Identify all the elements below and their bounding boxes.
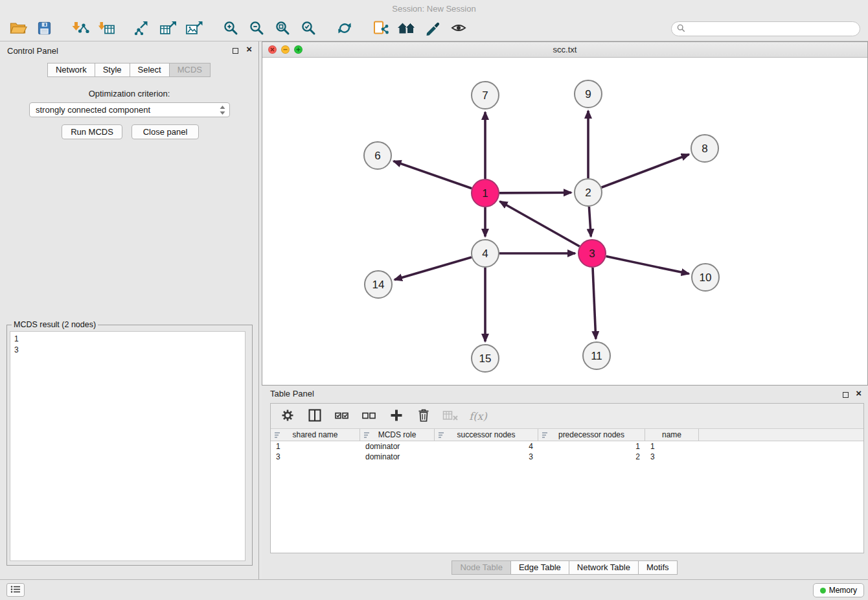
control-panel-close-button[interactable]: ×: [246, 43, 252, 55]
table-cell: dominator: [360, 441, 435, 452]
node-table-body: 1dominator4113dominator323: [271, 441, 863, 462]
memory-button[interactable]: Memory: [813, 583, 864, 597]
network-node-7[interactable]: 7: [472, 82, 499, 109]
tab-edge-table[interactable]: Edge Table: [510, 560, 569, 575]
delete-column-button[interactable]: [415, 407, 433, 425]
export-table-button[interactable]: [155, 18, 181, 40]
show-hide-button[interactable]: [446, 18, 472, 40]
chevron-up-down-icon: [219, 105, 226, 117]
tab-network-table[interactable]: Network Table: [569, 560, 639, 575]
zoom-fit-button[interactable]: [269, 18, 295, 40]
refresh-button[interactable]: [332, 18, 358, 40]
clone-network-button[interactable]: [368, 18, 394, 40]
create-column-button[interactable]: [387, 407, 405, 425]
close-panel-button[interactable]: Close panel: [131, 124, 199, 139]
network-edge-4-14[interactable]: [394, 257, 472, 280]
export-table-icon: [159, 20, 177, 38]
network-edge-3-1[interactable]: [500, 202, 580, 246]
delete-table-button[interactable]: [442, 407, 460, 425]
table-row[interactable]: 1dominator411: [271, 441, 863, 452]
dropdown-selected-value: strongly connected component: [36, 105, 150, 115]
table-settings-button[interactable]: [279, 407, 297, 425]
zoom-selected-button[interactable]: [295, 18, 321, 40]
network-node-3[interactable]: 3: [578, 240, 606, 267]
table-toolbar: f(x): [271, 404, 863, 429]
network-node-6[interactable]: 6: [364, 142, 391, 169]
select-all-columns-button[interactable]: [333, 407, 351, 425]
column-header-mcds-role[interactable]: MCDS role: [360, 429, 435, 441]
network-node-14[interactable]: 14: [365, 271, 392, 298]
window-close-icon[interactable]: [268, 45, 277, 54]
svg-text:11: 11: [591, 350, 602, 362]
table-cell: 3: [271, 452, 360, 462]
network-edge-1-6[interactable]: [394, 161, 472, 189]
column-sort-icon: [438, 432, 444, 441]
column-header-successor-nodes[interactable]: successor nodes: [435, 429, 538, 441]
network-canvas[interactable]: 7968124314101511: [262, 58, 867, 385]
network-node-9[interactable]: 9: [575, 80, 602, 108]
import-table-icon: [97, 20, 115, 38]
window-maximize-icon[interactable]: [294, 45, 303, 54]
search-input[interactable]: [689, 25, 854, 34]
tab-mcds[interactable]: MCDS: [169, 63, 211, 77]
tab-network[interactable]: Network: [47, 63, 95, 77]
traffic-lights: [268, 45, 303, 54]
import-table-button[interactable]: [93, 18, 119, 40]
column-header-predecessor-nodes[interactable]: predecessor nodes: [538, 429, 645, 441]
style-brush-button[interactable]: [420, 18, 446, 40]
network-node-11[interactable]: 11: [583, 342, 610, 369]
export-image-button[interactable]: [181, 18, 207, 40]
home-view-button[interactable]: [394, 18, 420, 40]
column-header-name[interactable]: name: [645, 429, 699, 441]
mcds-result-list[interactable]: 13: [10, 331, 246, 561]
svg-text:7: 7: [482, 89, 488, 102]
tab-style[interactable]: Style: [95, 63, 130, 77]
network-node-1[interactable]: 1: [472, 179, 499, 207]
network-edge-1-2[interactable]: [499, 192, 571, 193]
window-minimize-icon[interactable]: [281, 45, 290, 54]
zoom-in-button[interactable]: [218, 18, 244, 40]
open-file-button[interactable]: [5, 18, 31, 40]
table-panel-float-button[interactable]: [843, 392, 849, 398]
zoom-fit-icon: [275, 20, 290, 38]
columns-icon: [308, 408, 322, 424]
show-column-panel-button[interactable]: [306, 407, 324, 425]
optimization-criterion-dropdown[interactable]: strongly connected component: [29, 102, 230, 117]
network-node-2[interactable]: 2: [575, 179, 602, 206]
table-tabs: Node Table Edge Table Network Table Moti…: [262, 560, 868, 575]
tab-motifs[interactable]: Motifs: [638, 560, 678, 575]
delete-table-icon: [442, 409, 459, 424]
network-node-15[interactable]: 15: [472, 345, 499, 372]
network-node-8[interactable]: 8: [691, 135, 718, 162]
table-row[interactable]: 3dominator323: [271, 452, 863, 462]
export-network-button[interactable]: [130, 18, 155, 40]
import-network-button[interactable]: [67, 18, 93, 40]
svg-text:15: 15: [479, 352, 492, 365]
network-edge-3-11[interactable]: [593, 268, 596, 339]
tab-select[interactable]: Select: [130, 63, 170, 77]
network-node-4[interactable]: 4: [472, 240, 499, 267]
network-edge-3-10[interactable]: [606, 257, 689, 274]
save-icon: [37, 21, 52, 38]
control-panel-float-button[interactable]: [233, 48, 238, 54]
network-node-10[interactable]: 10: [692, 264, 719, 291]
search-box[interactable]: [671, 21, 860, 36]
save-session-button[interactable]: [31, 18, 57, 40]
task-history-button[interactable]: [6, 583, 25, 597]
network-edge-2-3[interactable]: [589, 207, 591, 237]
deselect-all-columns-button[interactable]: [360, 407, 378, 425]
eye-icon: [450, 20, 467, 38]
column-sort-icon: [274, 432, 280, 441]
fx-icon: f(x): [469, 410, 486, 422]
table-panel-close-button[interactable]: ×: [856, 387, 862, 399]
function-builder-button[interactable]: f(x): [469, 407, 487, 425]
export-image-icon: [185, 20, 203, 38]
optimization-criterion-label: Optimization criterion:: [0, 89, 258, 98]
column-header-shared-name[interactable]: shared name: [271, 429, 360, 441]
network-edge-2-8[interactable]: [602, 154, 689, 187]
run-mcds-button[interactable]: Run MCDS: [62, 124, 122, 139]
zoom-out-button[interactable]: [244, 18, 269, 40]
svg-text:10: 10: [700, 271, 712, 284]
svg-text:2: 2: [585, 187, 591, 199]
tab-node-table[interactable]: Node Table: [451, 560, 511, 575]
